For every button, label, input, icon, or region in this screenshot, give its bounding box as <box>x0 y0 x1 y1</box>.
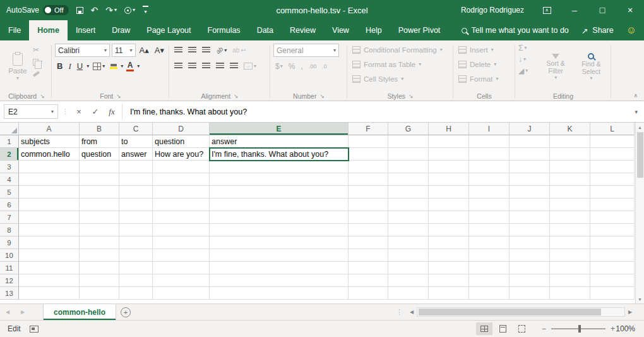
underline-button[interactable]: U <box>75 61 85 71</box>
middle-align-button[interactable] <box>186 46 198 54</box>
name-box[interactable]: E2 ▾ <box>4 104 58 119</box>
cell-A12[interactable] <box>19 274 80 287</box>
cell-A8[interactable] <box>19 224 80 236</box>
cell-G7[interactable] <box>388 211 429 224</box>
fill-color-button[interactable] <box>109 64 119 69</box>
copy-button[interactable]: ▾ <box>33 57 42 67</box>
cell-B1[interactable]: from <box>80 135 119 148</box>
formula-bar-splitter[interactable]: ⋮ <box>62 107 69 116</box>
cell-E6[interactable] <box>210 199 349 211</box>
cell-L6[interactable] <box>590 199 635 211</box>
cell-G2[interactable] <box>388 148 429 161</box>
cell-F9[interactable] <box>349 236 388 249</box>
cell-H13[interactable] <box>429 287 469 300</box>
cell-F13[interactable] <box>349 287 388 300</box>
alignment-dialog-launcher[interactable]: ↘ <box>234 93 239 99</box>
redo-button[interactable]: ↷▾ <box>105 6 117 15</box>
font-name-combo[interactable]: Calibri▾ <box>55 44 110 57</box>
cell-I2[interactable] <box>469 148 510 161</box>
cell-C3[interactable] <box>119 161 153 173</box>
insert-function-button[interactable]: fx <box>105 107 118 117</box>
decrease-font-button[interactable]: A▾ <box>153 46 166 55</box>
scroll-down-icon[interactable]: ▼ <box>636 295 644 303</box>
cell-C12[interactable] <box>119 274 153 287</box>
autosave-toggle[interactable]: AutoSave Off <box>6 5 69 15</box>
cell-E2[interactable]: I'm fine, thanks. What about you? <box>210 148 349 161</box>
cell-I4[interactable] <box>469 173 510 186</box>
accounting-format-button[interactable]: $▾ <box>273 62 285 71</box>
cell-L12[interactable] <box>590 274 635 287</box>
scroll-up-icon[interactable]: ▲ <box>636 123 644 132</box>
cell-A4[interactable] <box>19 173 80 186</box>
cell-D4[interactable] <box>153 173 210 186</box>
row-header-12[interactable]: 12 <box>0 274 19 287</box>
column-header-D[interactable]: D <box>153 123 210 135</box>
cell-E7[interactable] <box>210 211 349 224</box>
cell-K1[interactable] <box>550 135 590 148</box>
delete-cells-button[interactable]: Delete▾ <box>456 58 512 71</box>
save-button[interactable] <box>76 7 83 14</box>
cell-G4[interactable] <box>388 173 429 186</box>
column-header-I[interactable]: I <box>469 123 510 135</box>
format-as-table-button[interactable]: Format as Table▾ <box>350 58 450 71</box>
column-header-C[interactable]: C <box>119 123 153 135</box>
tab-review[interactable]: Review <box>282 20 324 40</box>
cell-F1[interactable] <box>349 135 388 148</box>
cell-L1[interactable] <box>590 135 635 148</box>
merge-center-button[interactable]: ↔▾ <box>242 62 258 70</box>
sheet-tab-common-hello[interactable]: common-hello <box>43 304 116 320</box>
sort-filter-button[interactable]: Sort & Filter ▾ <box>539 43 573 91</box>
cell-H7[interactable] <box>429 211 469 224</box>
cell-D2[interactable]: How are you? <box>153 148 210 161</box>
column-header-G[interactable]: G <box>388 123 429 135</box>
collapse-ribbon-button[interactable]: ∧ <box>633 92 638 99</box>
row-header-13[interactable]: 13 <box>0 287 19 300</box>
autosum-button[interactable]: Σ▾ <box>518 43 537 53</box>
cell-I3[interactable] <box>469 161 510 173</box>
page-break-view-button[interactable] <box>514 322 530 335</box>
cell-K8[interactable] <box>550 224 590 236</box>
column-header-J[interactable]: J <box>510 123 550 135</box>
clear-button[interactable]: ◢▾ <box>518 66 537 76</box>
cell-H1[interactable] <box>429 135 469 148</box>
cell-F3[interactable] <box>349 161 388 173</box>
tab-insert[interactable]: Insert <box>68 20 104 40</box>
tab-page-layout[interactable]: Page Layout <box>138 20 199 40</box>
cell-K2[interactable] <box>550 148 590 161</box>
cell-F5[interactable] <box>349 186 388 199</box>
cell-C1[interactable]: to <box>119 135 153 148</box>
column-header-A[interactable]: A <box>19 123 80 135</box>
cell-E4[interactable] <box>210 173 349 186</box>
cell-D1[interactable]: question <box>153 135 210 148</box>
cell-I11[interactable] <box>469 262 510 274</box>
row-header-2[interactable]: 2 <box>0 148 19 161</box>
vertical-scroll-thumb[interactable] <box>637 132 643 178</box>
cell-C9[interactable] <box>119 236 153 249</box>
cell-L8[interactable] <box>590 224 635 236</box>
cell-H5[interactable] <box>429 186 469 199</box>
format-cells-button[interactable]: Format▾ <box>456 72 512 85</box>
tab-formulas[interactable]: Formulas <box>200 20 249 40</box>
percent-style-button[interactable]: % <box>287 62 297 71</box>
cell-C6[interactable] <box>119 199 153 211</box>
cell-C8[interactable] <box>119 224 153 236</box>
cell-A7[interactable] <box>19 211 80 224</box>
row-header-6[interactable]: 6 <box>0 199 19 211</box>
column-header-K[interactable]: K <box>550 123 590 135</box>
cell-I9[interactable] <box>469 236 510 249</box>
cell-I10[interactable] <box>469 249 510 262</box>
cell-L7[interactable] <box>590 211 635 224</box>
cell-F7[interactable] <box>349 211 388 224</box>
comma-style-button[interactable]: , <box>299 62 304 71</box>
cell-E3[interactable] <box>210 161 349 173</box>
cell-A2[interactable]: common.hello <box>19 148 80 161</box>
next-sheet-icon[interactable]: ▶ <box>15 304 30 320</box>
cell-J7[interactable] <box>510 211 550 224</box>
cell-B5[interactable] <box>80 186 119 199</box>
conditional-formatting-button[interactable]: Conditional Formatting▾ <box>350 43 450 56</box>
cell-J12[interactable] <box>510 274 550 287</box>
cell-E8[interactable] <box>210 224 349 236</box>
borders-button[interactable]: ▾ <box>91 62 107 71</box>
cell-H3[interactable] <box>429 161 469 173</box>
cell-B9[interactable] <box>80 236 119 249</box>
